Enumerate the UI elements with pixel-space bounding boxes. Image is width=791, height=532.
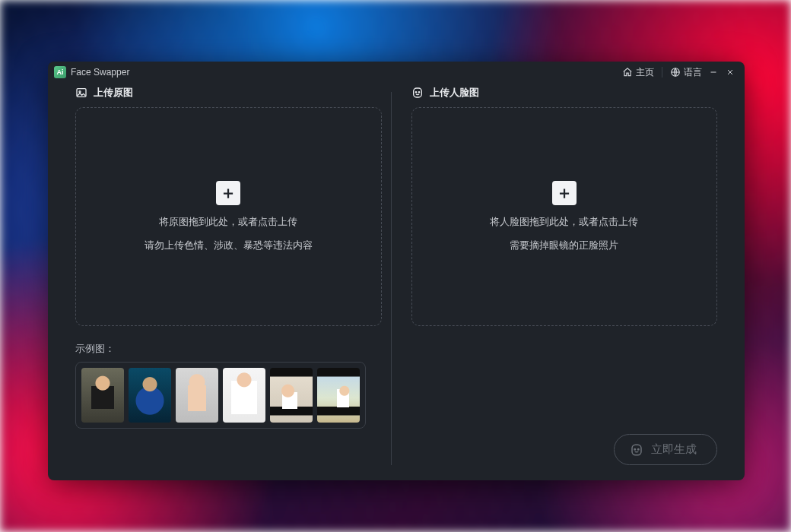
source-drop-text: 将原图拖到此处，或者点击上传 xyxy=(159,216,297,230)
face-icon xyxy=(630,443,643,457)
close-icon xyxy=(726,68,735,77)
face-icon xyxy=(411,87,424,99)
svg-point-4 xyxy=(415,92,416,93)
svg-point-8 xyxy=(638,448,640,450)
svg-point-5 xyxy=(418,92,419,93)
left-heading-text: 上传原图 xyxy=(94,86,133,100)
language-label: 语言 xyxy=(684,66,702,79)
plus-icon: ＋ xyxy=(216,181,240,205)
language-button[interactable]: 语言 xyxy=(667,65,705,81)
column-divider xyxy=(391,92,392,465)
home-button[interactable]: 主页 xyxy=(619,65,657,81)
right-heading-text: 上传人脸图 xyxy=(430,86,479,100)
svg-rect-3 xyxy=(413,88,421,97)
face-dropzone[interactable]: ＋ 将人脸图拖到此处，或者点击上传 需要摘掉眼镜的正脸照片 xyxy=(411,107,718,326)
face-drop-text: 将人脸图拖到此处，或者点击上传 xyxy=(490,216,638,230)
examples-label: 示例图： xyxy=(75,343,382,356)
minimize-button[interactable] xyxy=(705,64,722,81)
svg-rect-6 xyxy=(632,445,641,455)
svg-point-2 xyxy=(79,91,81,93)
example-thumb-1[interactable] xyxy=(81,368,124,423)
app-title: Face Swapper xyxy=(71,67,129,78)
left-column: 上传原图 ＋ 将原图拖到此处，或者点击上传 请勿上传色情、涉政、暴恐等违法内容 … xyxy=(75,86,382,465)
example-thumbnails xyxy=(75,362,366,429)
source-dropzone[interactable]: ＋ 将原图拖到此处，或者点击上传 请勿上传色情、涉政、暴恐等违法内容 xyxy=(75,107,382,326)
right-column: 上传人脸图 ＋ 将人脸图拖到此处，或者点击上传 需要摘掉眼镜的正脸照片 xyxy=(411,86,718,465)
columns: 上传原图 ＋ 将原图拖到此处，或者点击上传 请勿上传色情、涉政、暴恐等违法内容 … xyxy=(75,86,717,465)
close-button[interactable] xyxy=(722,64,739,81)
home-icon xyxy=(622,67,633,78)
minimize-icon xyxy=(709,68,718,77)
example-thumb-2[interactable] xyxy=(129,368,171,423)
generate-label: 立即生成 xyxy=(651,442,697,457)
face-drop-subtext: 需要摘掉眼镜的正脸照片 xyxy=(510,239,618,252)
generate-button[interactable]: 立即生成 xyxy=(614,434,717,465)
example-thumb-3[interactable] xyxy=(176,368,218,423)
app-icon: Ai xyxy=(54,66,66,78)
app-window: Ai Face Swapper 主页 语言 上传原图 xyxy=(48,62,745,480)
image-icon xyxy=(75,87,87,99)
example-thumb-4[interactable] xyxy=(223,368,265,423)
plus-icon: ＋ xyxy=(552,181,577,205)
titlebar: Ai Face Swapper 主页 语言 xyxy=(48,62,745,83)
titlebar-separator xyxy=(662,67,662,78)
example-thumb-6[interactable] xyxy=(317,368,360,423)
content-area: 上传原图 ＋ 将原图拖到此处，或者点击上传 请勿上传色情、涉政、暴恐等违法内容 … xyxy=(48,83,745,480)
examples-section: 示例图： xyxy=(75,343,382,429)
right-heading: 上传人脸图 xyxy=(411,86,718,100)
home-label: 主页 xyxy=(636,66,654,79)
globe-icon xyxy=(670,67,681,78)
example-thumb-5[interactable] xyxy=(270,368,313,423)
source-drop-subtext: 请勿上传色情、涉政、暴恐等违法内容 xyxy=(145,239,313,252)
svg-point-7 xyxy=(634,448,636,450)
left-heading: 上传原图 xyxy=(75,86,382,100)
